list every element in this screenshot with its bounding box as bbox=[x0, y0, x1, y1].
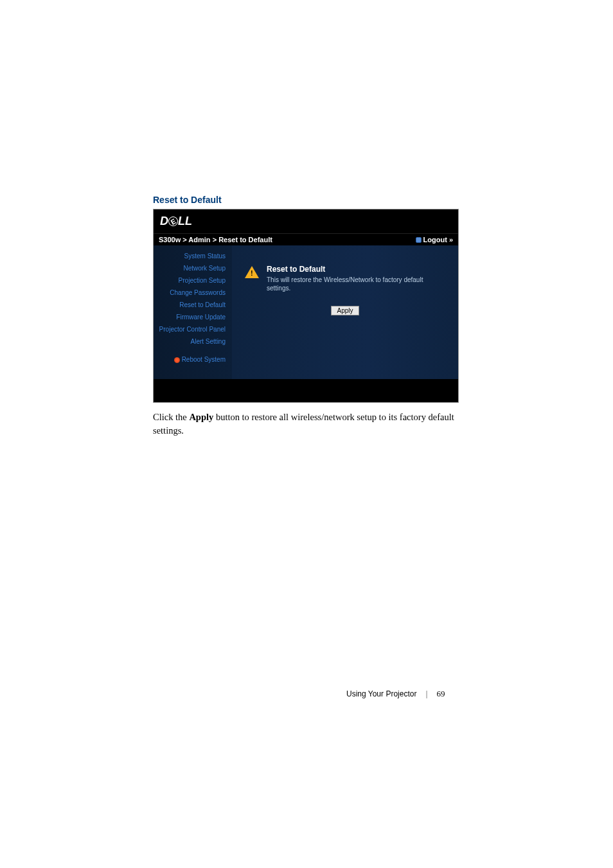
page-number: 69 bbox=[437, 689, 445, 699]
reboot-label: Reboot System bbox=[182, 355, 226, 364]
dell-logo: D E LL bbox=[160, 215, 452, 228]
main-panel: ! Reset to Default This will restore the… bbox=[232, 245, 458, 379]
sidebar-item-firmware-update[interactable]: Firmware Update bbox=[173, 312, 228, 323]
sidebar-item-projection-setup[interactable]: Projection Setup bbox=[176, 275, 228, 287]
sidebar-item-reset-to-default[interactable]: Reset to Default bbox=[177, 299, 228, 311]
logo-d: D bbox=[160, 215, 168, 228]
instruction-text: Click the Apply button to restore all wi… bbox=[153, 411, 459, 438]
sidebar-item-projector-control-panel[interactable]: Projector Control Panel bbox=[157, 324, 228, 335]
instruction-bold: Apply bbox=[189, 412, 213, 422]
sidebar-item-change-passwords[interactable]: Change Passwords bbox=[167, 287, 228, 299]
main-description: This will restore the Wireless/Network t… bbox=[267, 276, 445, 292]
footer-label: Using Your Projector bbox=[346, 689, 416, 698]
apply-button[interactable]: Apply bbox=[331, 306, 359, 315]
sidebar-item-system-status[interactable]: System Status bbox=[182, 251, 228, 262]
reboot-icon bbox=[174, 357, 180, 363]
sidebar-spacer bbox=[223, 348, 228, 353]
page-footer: Using Your Projector | 69 bbox=[346, 689, 445, 699]
screenshot-container: D E LL S300w > Admin > Reset to Default … bbox=[153, 209, 459, 403]
sidebar: System Status Network Setup Projection S… bbox=[154, 245, 232, 379]
section-heading: Reset to Default bbox=[153, 195, 459, 205]
screenshot-body: System Status Network Setup Projection S… bbox=[154, 245, 458, 379]
instruction-prefix: Click the bbox=[153, 412, 189, 422]
logo-ll: LL bbox=[178, 215, 192, 228]
warning-icon: ! bbox=[245, 266, 259, 279]
logout-label: Logout » bbox=[423, 236, 453, 244]
sidebar-item-reboot-system[interactable]: Reboot System bbox=[172, 354, 228, 366]
logout-link[interactable]: Logout » bbox=[416, 236, 453, 244]
sidebar-item-network-setup[interactable]: Network Setup bbox=[181, 263, 228, 274]
sidebar-item-alert-setting[interactable]: Alert Setting bbox=[188, 336, 228, 348]
main-title: Reset to Default bbox=[267, 265, 445, 274]
footer-divider: | bbox=[425, 689, 427, 698]
logout-icon bbox=[416, 237, 422, 243]
screenshot-footer bbox=[154, 379, 458, 402]
screenshot-header: D E LL bbox=[154, 209, 458, 233]
screenshot-topbar: S300w > Admin > Reset to Default Logout … bbox=[154, 233, 458, 245]
breadcrumb: S300w > Admin > Reset to Default bbox=[159, 236, 272, 244]
